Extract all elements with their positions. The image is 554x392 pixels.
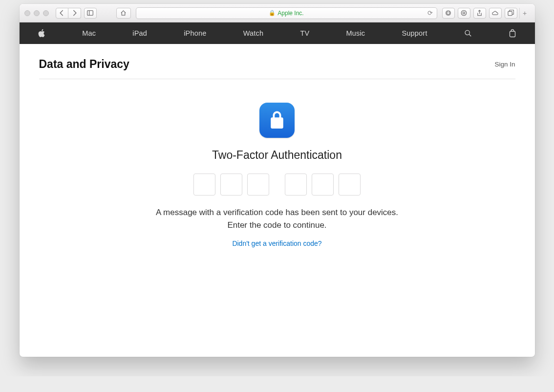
privacy-report-button[interactable] bbox=[458, 8, 470, 19]
reload-button[interactable]: ⟳ bbox=[427, 9, 433, 17]
safari-window: 🔒 Apple Inc. ⟳ + bbox=[20, 4, 535, 357]
page-title: Data and Privacy bbox=[39, 58, 129, 71]
svg-point-4 bbox=[463, 12, 465, 14]
forward-button[interactable] bbox=[68, 8, 81, 19]
code-digit-2[interactable] bbox=[220, 174, 242, 196]
zoom-window-button[interactable] bbox=[43, 10, 49, 16]
page-content: Data and Privacy Sign In Two-Factor Auth… bbox=[20, 44, 535, 357]
resend-code-link[interactable]: Didn't get a verification code? bbox=[232, 240, 321, 247]
bag-icon[interactable] bbox=[509, 29, 516, 38]
home-button[interactable] bbox=[116, 8, 131, 19]
icloud-tabs-button[interactable] bbox=[489, 8, 502, 19]
twofa-title: Two-Factor Authentication bbox=[140, 149, 414, 162]
code-digit-5[interactable] bbox=[312, 174, 334, 196]
nav-ipad[interactable]: iPad bbox=[132, 29, 147, 37]
svg-line-7 bbox=[469, 34, 471, 36]
window-controls bbox=[24, 10, 49, 16]
back-button[interactable] bbox=[56, 8, 68, 19]
svg-rect-0 bbox=[87, 11, 93, 16]
nav-music[interactable]: Music bbox=[346, 29, 365, 37]
svg-rect-5 bbox=[508, 11, 512, 15]
twofa-message: A message with a verification code has b… bbox=[140, 206, 414, 231]
code-digit-1[interactable] bbox=[193, 174, 215, 196]
sign-in-link[interactable]: Sign In bbox=[494, 61, 515, 68]
close-window-button[interactable] bbox=[24, 10, 30, 16]
nav-iphone[interactable]: iPhone bbox=[184, 29, 206, 37]
page-subheader: Data and Privacy Sign In bbox=[39, 53, 515, 79]
twofa-panel: Two-Factor Authentication A message with… bbox=[140, 79, 414, 248]
sidebar-toggle-button[interactable] bbox=[84, 8, 97, 19]
address-bar[interactable]: 🔒 Apple Inc. ⟳ bbox=[136, 7, 437, 19]
privacy-lock-icon bbox=[259, 103, 295, 138]
address-label: Apple Inc. bbox=[277, 10, 303, 17]
code-digit-6[interactable] bbox=[339, 174, 361, 196]
apple-logo-icon[interactable] bbox=[38, 29, 45, 38]
code-digit-3[interactable] bbox=[247, 174, 269, 196]
svg-point-3 bbox=[461, 10, 466, 15]
code-input-row bbox=[140, 174, 414, 196]
nav-support[interactable]: Support bbox=[402, 29, 427, 37]
svg-point-6 bbox=[465, 30, 469, 35]
new-tab-button[interactable]: + bbox=[519, 8, 530, 19]
nav-watch[interactable]: Watch bbox=[243, 29, 264, 37]
nav-tv[interactable]: TV bbox=[300, 29, 309, 37]
apple-global-nav: Mac iPad iPhone Watch TV Music Support bbox=[20, 22, 535, 44]
share-button[interactable] bbox=[473, 8, 486, 19]
code-group-gap bbox=[274, 174, 280, 196]
safari-toolbar: 🔒 Apple Inc. ⟳ + bbox=[20, 4, 535, 22]
minimize-window-button[interactable] bbox=[34, 10, 40, 16]
show-all-tabs-button[interactable] bbox=[505, 8, 517, 19]
svg-rect-8 bbox=[510, 31, 515, 37]
code-digit-4[interactable] bbox=[285, 174, 307, 196]
search-icon[interactable] bbox=[464, 29, 472, 38]
downloads-button[interactable] bbox=[442, 8, 455, 19]
nav-mac[interactable]: Mac bbox=[82, 29, 96, 37]
lock-icon: 🔒 bbox=[269, 10, 276, 16]
